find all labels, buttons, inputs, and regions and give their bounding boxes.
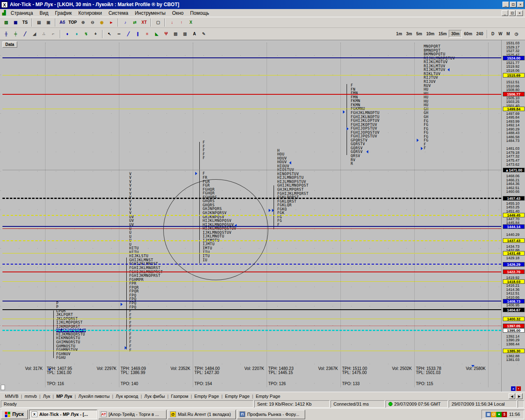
price-level-box[interactable]: 1524.00 [503, 56, 525, 60]
restore-button[interactable]: ⊡ [510, 2, 516, 7]
tab-5[interactable]: Лук крокод [113, 393, 141, 399]
tab-4[interactable]: Лукойл пивоты [76, 393, 112, 399]
menu-item-1[interactable]: Вид [36, 9, 52, 17]
candles-style-icon[interactable]: ╪ [11, 30, 20, 38]
pitchfork-tool-icon[interactable]: Ψ [162, 30, 171, 38]
news-icon[interactable]: XT [139, 18, 148, 27]
new-page-icon[interactable]: ▢ [153, 18, 162, 27]
period-W[interactable]: W [496, 30, 504, 37]
period-D[interactable]: D [489, 30, 496, 37]
timeframe-30m[interactable]: 30m [449, 30, 462, 38]
price-level-box[interactable]: 1515.69 [503, 73, 525, 78]
import-icon[interactable]: ↓ [167, 18, 176, 27]
tab-9[interactable]: Empty Page [223, 393, 252, 399]
menu-item-6[interactable]: Окно [169, 9, 187, 17]
tray-agent-icon[interactable]: @ [491, 412, 496, 417]
price-level-box[interactable]: 1397.05 [503, 324, 525, 328]
fibo-tool-icon[interactable]: ≡ [143, 30, 152, 38]
timeframe-10m[interactable]: 10m [424, 30, 436, 37]
find-instrument-icon[interactable]: Аб [58, 18, 67, 27]
timeframe-5m[interactable]: 5m [414, 30, 424, 37]
minimize-button[interactable]: _ [502, 2, 509, 7]
tray-connected-icon[interactable]: ● [496, 412, 502, 417]
crosshair-icon[interactable]: + [91, 30, 100, 38]
pushpin-icon[interactable]: ♦ [63, 30, 72, 38]
taskbar-button-1[interactable]: АТ[Алор-Трейд - Торги в ... [98, 410, 167, 419]
export-icon[interactable]: ↑ [177, 18, 186, 27]
flag-icon[interactable]: ► [107, 18, 116, 27]
indicator-icon[interactable]: ↯ [82, 30, 91, 38]
menu-item-3[interactable]: Котировки [75, 9, 105, 17]
dots-style-icon[interactable]: ∴ [39, 30, 48, 38]
refresh-icon[interactable]: ⇄ [130, 18, 139, 27]
price-level-box[interactable]: 1395.00 [503, 328, 525, 333]
tray-quotes-icon[interactable]: $ [502, 412, 507, 417]
top-list-icon[interactable]: TOP [67, 18, 78, 27]
price-level-box[interactable]: 1404.67 [503, 308, 525, 312]
menu-item-0[interactable]: Страница [7, 9, 36, 17]
timeframe-240[interactable]: 240 [474, 30, 485, 37]
scale-lock-icon[interactable]: ▪ [516, 386, 521, 391]
price-level-box[interactable]: 1437.43 [503, 238, 525, 243]
taskbar-button-3[interactable]: ППрофиль Рынка - Фору... [237, 410, 305, 419]
area-style-icon[interactable]: ◢ [30, 30, 39, 38]
trendline-tool-icon[interactable]: ╱ [124, 30, 133, 38]
bars-style-icon[interactable]: ╫ [2, 30, 11, 38]
excel-export-icon[interactable]: X [186, 18, 195, 27]
print-icon[interactable]: ▣ [44, 18, 53, 27]
menu-item-5[interactable]: Инструменты [132, 9, 169, 17]
mdi-restore-button[interactable]: ⊡ [509, 10, 516, 16]
zoom-out-icon[interactable]: ⊖ [88, 18, 97, 27]
taskbar-button-2[interactable]: @Mail.Ru Агент (1 вкладка) [168, 410, 236, 419]
clock-icon[interactable]: ◷ [512, 30, 521, 38]
tab-2[interactable]: Лук [41, 393, 53, 399]
close-button[interactable]: × [517, 2, 524, 7]
tab-3[interactable]: МР Лук [54, 393, 75, 399]
period-M[interactable]: M [504, 30, 512, 37]
price-level-box[interactable]: ▲1471.00 [503, 168, 525, 172]
mdi-minimize-button[interactable]: _ [502, 10, 508, 16]
timeframe-1m[interactable]: 1m [394, 30, 404, 37]
start-button[interactable]: Пуск [1, 410, 28, 419]
price-level-box[interactable]: 1457.43 [503, 196, 525, 201]
price-level-box[interactable]: 1426.29 [503, 262, 525, 267]
tray-network-icon[interactable]: ▦ [486, 412, 491, 417]
zoom-in-icon[interactable]: ⊕ [78, 18, 87, 27]
tab-scroll-right-icon[interactable]: ▶ [516, 393, 523, 399]
tab-10[interactable]: Empty Page [253, 393, 283, 399]
pointer-tool-icon[interactable]: ↖ [105, 30, 114, 38]
menu-item-2[interactable]: График [52, 9, 75, 17]
taskbar-button-0[interactable]: XAlor-Tick - МР Лук - [... [29, 410, 97, 419]
price-level-box[interactable]: 1444.14 [503, 224, 525, 229]
channel-tool-icon[interactable]: ∥ [133, 30, 142, 38]
hatch-tool-icon[interactable]: ▨ [171, 30, 180, 38]
fan-tool-icon[interactable]: ◣ [152, 30, 161, 38]
price-level-box[interactable]: 1385.30 [503, 349, 525, 353]
timeframe-3m[interactable]: 3m [404, 30, 414, 37]
price-level-box[interactable]: 1400.32 [503, 317, 525, 321]
pushpin2-icon[interactable]: ♦ [72, 30, 81, 38]
grid-tool-icon[interactable]: ▥ [180, 30, 189, 38]
step-style-icon[interactable]: ⌐ [49, 30, 58, 38]
scale-mode-icon[interactable]: a [511, 386, 516, 391]
tab-0[interactable]: MMVB [2, 393, 21, 399]
depth-table-icon[interactable]: ▤ [34, 18, 43, 27]
quotes-board-icon[interactable]: ▦ [11, 18, 20, 27]
pencil-tool-icon[interactable]: ✎ [199, 30, 208, 38]
tab-8[interactable]: Empty Page [192, 393, 221, 399]
time-sales-icon[interactable]: TS [21, 18, 30, 27]
price-level-box[interactable]: 1499.84 [503, 107, 525, 111]
page-chart-icon[interactable]: ▧ [2, 18, 11, 27]
timeframe-15m[interactable]: 15m [436, 30, 449, 37]
tab-scroll-left-icon[interactable]: ◀ [509, 393, 515, 399]
price-level-box[interactable]: 1431.48 [503, 251, 525, 256]
hline-tool-icon[interactable]: ━ [114, 30, 123, 38]
text-tool-icon[interactable]: A [190, 30, 199, 38]
price-level-box[interactable]: 1422.70 [503, 269, 525, 274]
line-style-icon[interactable]: ╱ [21, 30, 30, 38]
menu-item-4[interactable]: Система [105, 9, 131, 17]
menu-item-7[interactable]: Помощь [187, 9, 212, 17]
market-profile-chart[interactable]: Data PPLPQRJKLPQRTJKLOPQRSTIJKLMOPQRSTIJ… [0, 40, 525, 392]
tab-6[interactable]: Лук фибы [142, 393, 167, 399]
tab-1[interactable]: mmvb [22, 393, 39, 399]
